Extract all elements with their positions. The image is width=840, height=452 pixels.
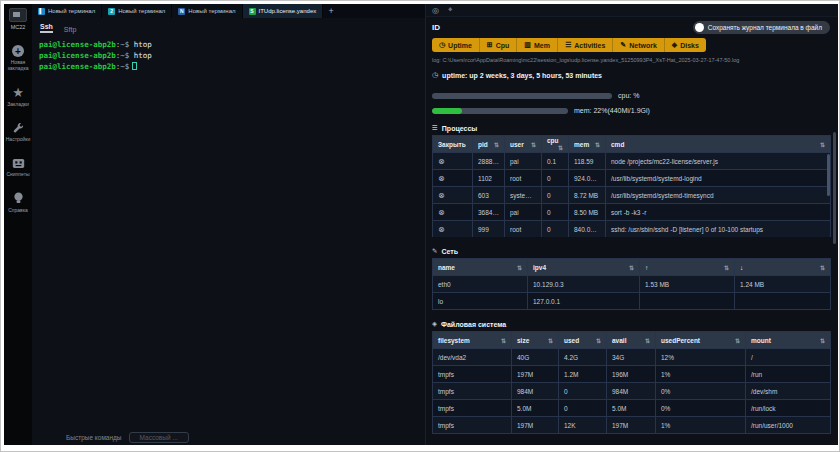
column-header-user[interactable]: user⇅	[505, 136, 542, 153]
monitor-panel: ◎ ⌖ ID Сохранять журнал терминала в файл…	[426, 4, 838, 445]
column-header-Закрыть: Закрыть	[433, 136, 473, 153]
table-cell: /dev/vda2	[433, 349, 512, 366]
mem-button[interactable]: ▥Mem	[517, 38, 558, 52]
tab-new-terminal-3[interactable]: N Новый терминал	[172, 4, 242, 18]
sidebar-item-settings[interactable]: Настройки	[5, 122, 31, 142]
sort-icon[interactable]: ⇅	[645, 337, 650, 344]
table-cell: 8.50 MB	[569, 204, 606, 221]
column-header-cmd[interactable]: cmd⇅	[606, 136, 831, 153]
table-row: lo127.0.0.1	[433, 293, 831, 310]
new-tab-button[interactable]: +	[323, 4, 339, 18]
toggle-knob-icon	[695, 23, 704, 32]
table-cell: 1.2M	[559, 366, 607, 383]
table-cell: 1.24 MB	[735, 276, 831, 293]
sidebar-item-snippets[interactable]: Сниппеты	[5, 157, 31, 177]
column-header-name[interactable]: name⇅	[433, 259, 528, 276]
sort-icon[interactable]: ⇅	[724, 264, 729, 271]
tab-license-session[interactable]: S ITUdp.license.yandex	[243, 4, 324, 18]
table-cell: 118.59	[569, 153, 606, 170]
column-header-pid[interactable]: pid⇅	[473, 136, 505, 153]
column-header-mount[interactable]: mount⇅	[746, 332, 831, 349]
column-header-↑[interactable]: ↑⇅	[640, 259, 735, 276]
column-label: size	[517, 337, 529, 344]
kill-process-icon[interactable]: ⊗	[438, 157, 445, 166]
table-cell: pai	[505, 204, 542, 221]
activities-button[interactable]: ☰Activities	[558, 38, 613, 52]
sort-icon[interactable]: ⇅	[595, 141, 600, 148]
sort-icon[interactable]: ⇅	[531, 141, 536, 148]
app-window: MC22 + Новая закладка ★ Закладки Настрой…	[4, 4, 838, 445]
disks-button[interactable]: ◈Disks	[665, 38, 706, 52]
terminal-screen[interactable]: pai@license-abp2b:~$ htop pai@license-ab…	[32, 35, 425, 429]
column-header-cpu[interactable]: cpu⇅	[542, 136, 569, 153]
session-icon: 2	[108, 8, 115, 15]
terminal-line: pai@license-abp2b:~$ htop	[39, 39, 425, 50]
table-cell: /	[746, 349, 831, 366]
terminal-line: pai@license-abp2b:~$	[39, 61, 425, 72]
sort-icon[interactable]: ⇅	[494, 141, 499, 148]
table-cell: /run/user/1000	[746, 417, 831, 434]
network-table: name⇅ipv4⇅↑⇅↓⇅eth010.129.0.31.53 MB1.24 …	[432, 258, 831, 310]
sort-icon[interactable]: ⇅	[820, 264, 825, 271]
sort-icon[interactable]: ⇅	[629, 264, 634, 271]
column-header-mem[interactable]: mem⇅	[569, 136, 606, 153]
column-header-filesystem[interactable]: filesystem⇅	[433, 332, 512, 349]
table-cell: lo	[433, 293, 528, 310]
uptime-value: uptime: up 2 weeks, 3 days, 5 hours, 53 …	[442, 72, 602, 79]
table-cell: pai	[505, 153, 542, 170]
section-label: Сеть	[441, 248, 458, 255]
kill-process-icon[interactable]: ⊗	[438, 208, 445, 217]
sort-icon[interactable]: ⇅	[558, 144, 563, 151]
network-table-wrap: name⇅ipv4⇅↑⇅↓⇅eth010.129.0.31.53 MB1.24 …	[432, 258, 831, 310]
sort-icon[interactable]: ⇅	[517, 264, 522, 271]
bulk-mode-button[interactable]: Массовый ...	[129, 432, 189, 443]
sort-icon[interactable]: ⇅	[735, 337, 740, 344]
table-cell: 197M	[512, 417, 559, 434]
sidebar-item-help[interactable]: Справка	[5, 192, 31, 213]
save-log-toggle[interactable]: Сохранять журнал терминала в файл	[693, 21, 830, 34]
column-header-ipv4[interactable]: ipv4⇅	[528, 259, 640, 276]
column-label: ↓	[740, 264, 743, 271]
kill-process-icon[interactable]: ⊗	[438, 191, 445, 200]
table-cell: systemd+	[505, 187, 542, 204]
tab-sftp[interactable]: Sftp	[64, 26, 76, 33]
sort-icon[interactable]: ⇅	[820, 337, 825, 344]
column-label: ↑	[645, 264, 648, 271]
cpu-button[interactable]: ⊞Cpu	[480, 38, 517, 52]
kill-process-icon[interactable]: ⊗	[438, 174, 445, 183]
record-icon[interactable]: ◎	[432, 6, 439, 15]
processes-table: Закрытьpid⇅user⇅cpu⇅mem⇅cmd⇅⊗288882pai0.…	[432, 135, 831, 237]
table-cell: tmpfs	[433, 400, 512, 417]
column-label: filesystem	[438, 337, 470, 344]
column-header-size[interactable]: size⇅	[512, 332, 559, 349]
app-logo[interactable]: MC22	[9, 8, 27, 30]
sort-icon[interactable]: ⇅	[820, 141, 825, 148]
filesystem-table-wrap: filesystem⇅size⇅used⇅avail⇅usedPercent⇅m…	[432, 331, 831, 434]
sidebar-item-bookmarks[interactable]: ★ Закладки	[5, 86, 31, 107]
column-header-usedPercent[interactable]: usedPercent⇅	[656, 332, 746, 349]
tab-label: Новый терминал	[188, 8, 235, 14]
cpu-usage-row: cpu: %	[432, 92, 838, 99]
sort-icon[interactable]: ⇅	[501, 337, 506, 344]
network-button[interactable]: ✎Network	[613, 38, 665, 52]
sidebar-item-new-bookmark[interactable]: + Новая закладка	[5, 45, 31, 71]
table-cell: root	[505, 221, 542, 238]
tab-ssh[interactable]: Ssh	[40, 23, 53, 33]
table-cell: /run	[746, 366, 831, 383]
column-header-used[interactable]: used⇅	[559, 332, 607, 349]
sort-icon[interactable]: ⇅	[548, 337, 553, 344]
tab-new-terminal-2[interactable]: 2 Новый терминал	[102, 4, 172, 18]
panel-scrollbar-thumb[interactable]	[833, 132, 836, 244]
kill-process-icon[interactable]: ⊗	[438, 225, 445, 234]
metric-button-group: ◷Uptime ⊞Cpu ▥Mem ☰Activities ✎Network ◈…	[432, 38, 706, 52]
column-header-↓[interactable]: ↓⇅	[735, 259, 831, 276]
network-section-title: ✎ Сеть	[432, 247, 838, 255]
processes-scrollbar-thumb[interactable]	[827, 154, 830, 196]
table-cell	[640, 293, 735, 310]
pin-icon[interactable]: ⌖	[448, 5, 453, 15]
sort-icon[interactable]: ⇅	[596, 337, 601, 344]
tab-new-terminal-1[interactable]: ▍ Новый терминал	[32, 4, 102, 18]
uptime-button[interactable]: ◷Uptime	[432, 38, 480, 52]
column-header-avail[interactable]: avail⇅	[607, 332, 656, 349]
app-logo-label: MC22	[11, 24, 26, 30]
